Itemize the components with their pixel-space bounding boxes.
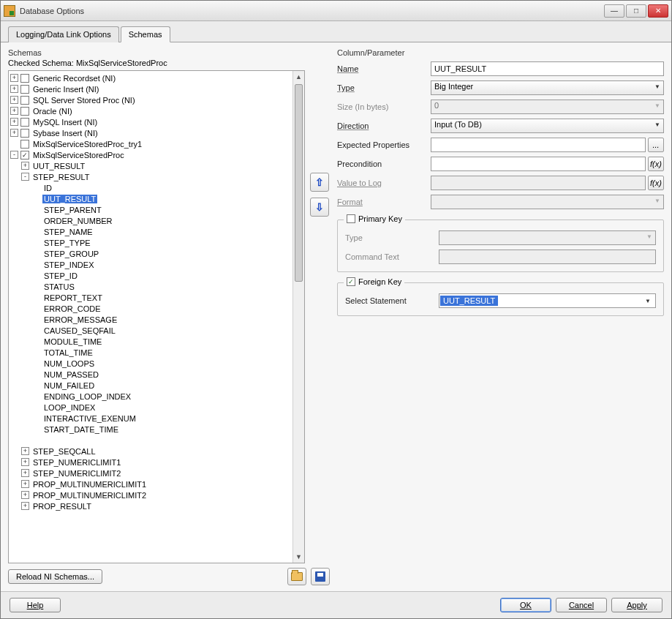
input-expected[interactable] xyxy=(431,138,646,152)
tree-node[interactable]: +Generic Recordset (NI) xyxy=(10,72,291,83)
expand-icon[interactable]: + xyxy=(10,85,18,93)
tree-node[interactable]: TOTAL_TIME xyxy=(10,347,291,358)
tree-node[interactable]: MixSqlServiceStoredProc_try1 xyxy=(10,138,291,149)
tree-node[interactable]: START_DATE_TIME xyxy=(10,424,291,435)
tree-node[interactable]: STATUS xyxy=(10,281,291,292)
tree-node[interactable]: LOOP_INDEX xyxy=(10,402,291,413)
tree-node[interactable]: REPORT_TEXT xyxy=(10,292,291,303)
tree-node[interactable]: +MySQL Insert (NI) xyxy=(10,116,291,127)
select-fk-statement[interactable]: UUT_RESULT ▼ xyxy=(439,293,656,308)
expected-browse-button[interactable]: ... xyxy=(648,138,664,152)
minimize-button[interactable]: — xyxy=(604,4,624,18)
tree-node-label[interactable]: INTERACTIVE_EXENUM xyxy=(42,414,137,423)
tree-node-label[interactable]: CAUSED_SEQFAIL xyxy=(42,326,117,335)
input-precondition[interactable] xyxy=(431,157,646,171)
move-down-button[interactable]: ⇩ xyxy=(310,198,329,217)
tree-node-label[interactable]: MixSqlServiceStoredProc_try1 xyxy=(31,140,143,149)
tree-node-label[interactable]: MixSqlServiceStoredProc xyxy=(31,151,126,160)
tree-checkbox[interactable] xyxy=(20,107,29,116)
tree-node-label[interactable]: Sybase Insert (NI) xyxy=(31,129,99,138)
tree-node-label[interactable]: Oracle (NI) xyxy=(31,107,74,116)
tree-node-label[interactable]: STEP_TYPE xyxy=(42,239,92,247)
tree-node[interactable]: NUM_LOOPS xyxy=(10,358,291,369)
tree-node-label[interactable]: STEP_GROUP xyxy=(42,250,100,258)
move-up-button[interactable]: ⇧ xyxy=(310,173,329,192)
expand-icon[interactable]: + xyxy=(21,162,29,170)
tree-checkbox[interactable] xyxy=(20,118,29,127)
tree-node-label[interactable]: STEP_PARENT xyxy=(42,206,103,214)
tree-node[interactable]: +PROP_MULTINUMERICLIMIT1 xyxy=(10,479,291,489)
expand-icon[interactable]: + xyxy=(21,469,29,477)
tree-node[interactable]: +Generic Insert (NI) xyxy=(10,83,291,94)
tree-node-label[interactable]: START_DATE_TIME xyxy=(42,425,120,434)
tree-node-label[interactable]: STEP_RESULT xyxy=(31,173,91,181)
expand-icon[interactable]: + xyxy=(10,74,18,82)
tree-node-label[interactable]: MODULE_TIME xyxy=(42,337,103,346)
tree-node[interactable]: CAUSED_SEQFAIL xyxy=(10,325,291,336)
tree-node-label[interactable]: ORDER_NUMBER xyxy=(42,217,114,225)
tree-node-label[interactable]: MySQL Insert (NI) xyxy=(31,118,99,127)
ok-button[interactable]: OK xyxy=(500,598,551,612)
tree-node-label[interactable]: STEP_SEQCALL xyxy=(31,447,97,456)
open-folder-button[interactable] xyxy=(287,568,306,585)
tree-scrollbar[interactable]: ▲ ▼ xyxy=(292,71,304,563)
tree-node-label[interactable]: UUT_RESULT xyxy=(31,162,86,170)
tree-node[interactable]: ERROR_MESSAGE xyxy=(10,314,291,325)
tree-node[interactable] xyxy=(10,435,291,446)
tree-node[interactable]: ERROR_CODE xyxy=(10,303,291,314)
schema-tree[interactable]: +Generic Recordset (NI)+Generic Insert (… xyxy=(9,71,292,563)
close-button[interactable]: ✕ xyxy=(648,4,668,18)
input-name[interactable] xyxy=(431,61,664,76)
tree-node-label[interactable]: NUM_FAILED xyxy=(42,381,96,390)
tree-node[interactable]: -MixSqlServiceStoredProc xyxy=(10,149,291,160)
tree-node[interactable]: +PROP_RESULT xyxy=(10,500,291,511)
expand-icon[interactable]: + xyxy=(21,502,29,510)
tree-checkbox[interactable] xyxy=(20,96,29,105)
tree-checkbox[interactable] xyxy=(20,74,29,83)
tree-node-label[interactable]: STEP_NUMERICLIMIT2 xyxy=(31,469,122,478)
expand-icon[interactable]: + xyxy=(21,447,29,455)
precondition-fx-button[interactable]: f(x) xyxy=(648,157,664,171)
select-type[interactable]: Big Integer ▼ xyxy=(431,80,664,95)
tree-node[interactable]: STEP_GROUP xyxy=(10,248,291,259)
scroll-up-icon[interactable]: ▲ xyxy=(293,71,304,83)
tree-node[interactable]: +STEP_SEQCALL xyxy=(10,446,291,457)
primary-key-legend[interactable]: Primary Key xyxy=(344,214,405,223)
tree-node[interactable]: ENDING_LOOP_INDEX xyxy=(10,391,291,402)
tree-node[interactable]: NUM_FAILED xyxy=(10,380,291,391)
scroll-down-icon[interactable]: ▼ xyxy=(293,551,304,563)
tree-node[interactable]: INTERACTIVE_EXENUM xyxy=(10,413,291,424)
tree-node-label[interactable]: REPORT_TEXT xyxy=(42,293,104,302)
expand-icon[interactable]: + xyxy=(10,107,18,115)
collapse-icon[interactable]: - xyxy=(10,151,18,159)
tree-node-label[interactable]: UUT_RESULT xyxy=(42,195,97,203)
tree-node-label[interactable]: STEP_NAME xyxy=(42,228,94,236)
foreign-key-legend[interactable]: Foreign Key xyxy=(344,277,404,286)
select-direction[interactable]: Input (To DB) ▼ xyxy=(431,119,664,133)
tree-node-label[interactable]: STATUS xyxy=(42,282,76,291)
tree-node-label[interactable]: PROP_MULTINUMERICLIMIT2 xyxy=(31,491,148,500)
tree-node[interactable]: ORDER_NUMBER xyxy=(10,215,291,226)
reload-ni-schemas-button[interactable]: Reload NI Schemas... xyxy=(8,569,102,584)
tree-node-label[interactable]: STEP_ID xyxy=(42,271,79,280)
tree-node[interactable]: -STEP_RESULT xyxy=(10,171,291,182)
cancel-button[interactable]: Cancel xyxy=(556,598,607,612)
primary-key-checkbox[interactable] xyxy=(347,214,355,223)
tree-node-label[interactable]: ENDING_LOOP_INDEX xyxy=(42,392,132,401)
tree-node[interactable]: NUM_PASSED xyxy=(10,369,291,380)
tree-node[interactable]: STEP_NAME xyxy=(10,226,291,237)
tree-node-label[interactable]: ERROR_CODE xyxy=(42,304,102,313)
foreign-key-checkbox[interactable] xyxy=(347,277,355,286)
collapse-icon[interactable]: - xyxy=(21,173,29,181)
tree-node[interactable]: UUT_RESULT xyxy=(10,193,291,204)
tree-checkbox[interactable] xyxy=(20,129,29,138)
tree-node[interactable]: +Oracle (NI) xyxy=(10,105,291,116)
tree-node[interactable]: STEP_TYPE xyxy=(10,237,291,248)
tree-checkbox[interactable] xyxy=(20,151,29,160)
tree-node-label[interactable]: NUM_LOOPS xyxy=(42,359,96,368)
expand-icon[interactable]: + xyxy=(10,129,18,137)
tree-node-label[interactable]: ERROR_MESSAGE xyxy=(42,315,118,324)
tree-node[interactable]: STEP_INDEX xyxy=(10,259,291,270)
tree-node[interactable]: +SQL Server Stored Proc (NI) xyxy=(10,94,291,105)
tree-node-label[interactable]: TOTAL_TIME xyxy=(42,348,94,357)
